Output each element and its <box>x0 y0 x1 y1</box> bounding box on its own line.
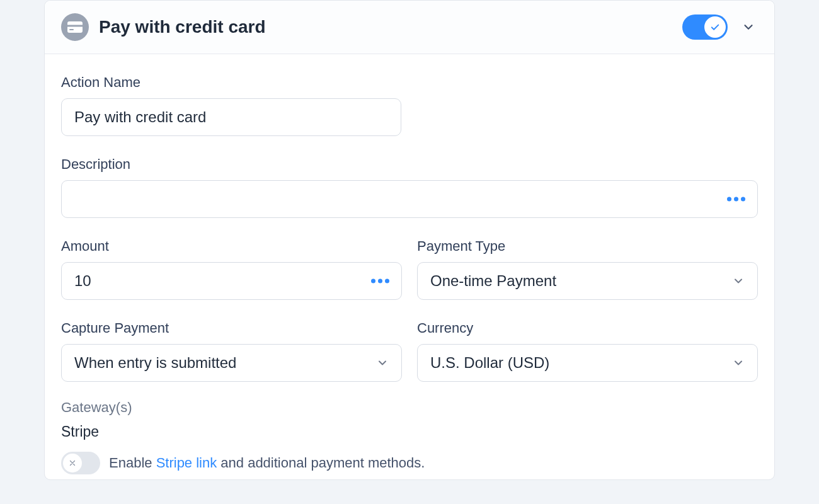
collapse-button[interactable] <box>739 18 758 37</box>
payment-type-value: One-time Payment <box>430 272 732 290</box>
credit-card-icon <box>61 13 89 41</box>
amount-label: Amount <box>61 238 402 255</box>
chevron-down-icon <box>376 357 389 369</box>
svg-rect-1 <box>67 25 83 27</box>
gateway-name: Stripe <box>61 423 758 440</box>
capture-payment-value: When entry is submitted <box>74 354 376 372</box>
capture-payment-label: Capture Payment <box>61 320 402 336</box>
amount-merge-tags-button[interactable] <box>369 277 392 286</box>
stripe-link-text: Enable Stripe link and additional paymen… <box>109 455 425 471</box>
stripe-link-toggle[interactable] <box>61 452 100 474</box>
payment-type-label: Payment Type <box>417 238 758 255</box>
payment-type-field: Payment Type One-time Payment <box>417 238 758 300</box>
action-name-input[interactable] <box>61 98 401 136</box>
capture-payment-field: Capture Payment When entry is submitted <box>61 320 402 382</box>
card-body: Action Name Description Amount <box>45 54 774 479</box>
currency-label: Currency <box>417 320 758 336</box>
description-input[interactable] <box>61 180 758 218</box>
gateway-label: Gateway(s) <box>61 399 758 416</box>
payment-type-select[interactable]: One-time Payment <box>417 262 758 300</box>
dots-icon <box>371 279 375 284</box>
action-name-field: Action Name <box>61 74 758 136</box>
amount-input[interactable] <box>61 262 402 300</box>
toggle-knob <box>63 454 82 472</box>
chevron-down-icon <box>732 275 745 287</box>
currency-field: Currency U.S. Dollar (USD) <box>417 320 758 382</box>
check-icon <box>709 21 721 33</box>
capture-payment-select[interactable]: When entry is submitted <box>61 344 402 382</box>
close-icon <box>68 459 77 467</box>
amount-field: Amount <box>61 238 402 300</box>
enable-action-toggle[interactable] <box>682 14 728 40</box>
description-field: Description <box>61 156 758 218</box>
payment-action-card: Pay with credit card Action Name Descrip… <box>44 0 775 480</box>
toggle-knob <box>704 16 726 38</box>
action-name-label: Action Name <box>61 74 758 91</box>
dots-icon <box>727 197 731 202</box>
description-merge-tags-button[interactable] <box>724 195 748 204</box>
svg-rect-0 <box>67 21 83 33</box>
description-label: Description <box>61 156 758 173</box>
chevron-down-icon <box>732 357 745 369</box>
currency-select[interactable]: U.S. Dollar (USD) <box>417 344 758 382</box>
card-title: Pay with credit card <box>99 17 682 37</box>
chevron-down-icon <box>742 20 755 34</box>
svg-rect-2 <box>69 29 74 30</box>
stripe-link[interactable]: Stripe link <box>156 455 217 471</box>
currency-value: U.S. Dollar (USD) <box>430 354 732 372</box>
gateway-section: Gateway(s) Stripe Enable Stripe link and… <box>61 399 758 474</box>
card-header: Pay with credit card <box>45 1 774 54</box>
